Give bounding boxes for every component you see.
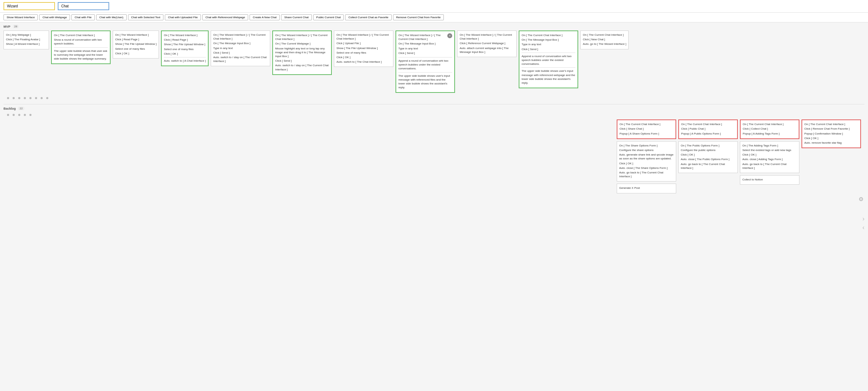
step: On [ The Wizard Interface ] / [ The Curr… — [336, 33, 391, 41]
step: On [ The Current Chat Interface ] — [522, 33, 575, 37]
step: Auto. close [ Adding Tags Form ] — [742, 157, 797, 161]
action-btn-9[interactable]: Public Current Chat — [313, 14, 344, 20]
step: Type in any text — [522, 42, 575, 46]
dot — [13, 97, 15, 99]
step: On [ The Message Input Box ] — [398, 42, 447, 46]
backlog-public-column: On [ The Current Chat Interface ] Click … — [678, 119, 738, 173]
step: On [ The Public Options Form ] — [681, 144, 735, 148]
step: Click [ Send ] — [213, 51, 268, 55]
step: Popup [ A Adding Tags Form ] — [743, 132, 797, 136]
card-wizard-read-page: On [ The Wizard Interface ] Click [ Read… — [113, 30, 159, 59]
wizard-input[interactable] — [4, 2, 55, 10]
step: On [ The Share Options Form ] — [619, 144, 674, 148]
action-btn-3[interactable]: Chat with Me(User) — [96, 14, 127, 20]
action-btn-5[interactable]: Chat with Uploaded File — [165, 14, 201, 20]
step: Select one of many files — [164, 47, 206, 51]
step: Auto. switch to [ A Chat Interface ] — [164, 59, 206, 63]
dot — [7, 97, 9, 99]
card-bl-collect-notion: Collect to Notion — [740, 175, 799, 185]
step: Append a round of conversation wht two s… — [398, 59, 452, 71]
backlog-collect-column: On [ The Current Chat Interface ] Click … — [740, 119, 799, 185]
card-bl-remove-trigger: On [ The Current Chat Interface ] Click … — [802, 119, 861, 148]
step: Click [ New Chat ] — [583, 37, 626, 41]
card-webpage-drag: On [ The Wizard Interface ] / [ The Curr… — [272, 30, 332, 75]
card-wizard-chat-message: On [ The Wizard Interface ] / [ The Curr… — [211, 30, 270, 66]
backlog-share-column: On [ The Current Chat Interface ] Click … — [617, 119, 676, 193]
step: On [ The Current Webpage ] — [275, 42, 329, 46]
card-header: On [ The Wizard Interface ] / [ The Curr… — [398, 33, 452, 56]
action-btn-11[interactable]: Remove Current Chat from Favorite — [393, 14, 444, 20]
backlog-section-header: Backlog 22 — [4, 107, 864, 110]
step: Auto. switch to [ The Chat Interface ] — [336, 60, 391, 64]
dot — [29, 114, 31, 116]
step: Popup [ A Share Options Form ] — [620, 132, 673, 136]
backlog-label: Backlog — [4, 107, 16, 110]
step: On [ The Wizard Interface ] — [115, 33, 156, 37]
step: On [ The Current Chat Interface ] — [54, 33, 108, 37]
step: On [ The Adding Tags Form ] — [742, 144, 797, 148]
step: Auto. go back to [ The Current Chat Inte… — [681, 162, 735, 170]
step: Auto. remove favorite star flag — [804, 141, 858, 145]
step: Click [ OK ] — [115, 52, 156, 55]
step: On [ The Current Chat Interface ] — [804, 122, 858, 126]
dot — [46, 97, 48, 99]
step: Configure the share options — [619, 148, 674, 152]
step: On [ The Current Chat Interface ] — [620, 122, 673, 126]
backlog-remove-column: On [ The Current Chat Interface ] Click … — [802, 119, 861, 148]
card-bl-collect-trigger: On [ The Current Chat Interface ] Click … — [740, 119, 799, 139]
step: On [ The Current Chat Interface ] — [743, 122, 797, 126]
step: Click [ OK ] — [681, 153, 735, 157]
step: Click [ OK ] — [742, 153, 797, 157]
step: Popup [ Confirmation Window ] — [804, 132, 858, 136]
action-btn-4[interactable]: Chat with Selected Text — [128, 14, 163, 20]
dot — [18, 97, 20, 99]
dot — [7, 114, 9, 116]
step: Auto. go to [ The Wizard Interface ] — [583, 42, 626, 46]
step: Configure the public options — [681, 148, 735, 152]
chat-input[interactable] — [58, 2, 109, 10]
action-btn-10[interactable]: Collect Current Chat as Favorite — [345, 14, 391, 20]
action-btn-7[interactable]: Create A New Chat — [250, 14, 280, 20]
close-icon[interactable]: × — [447, 33, 452, 38]
dot-row-1 — [4, 96, 864, 101]
step: Click [ Upload File ] — [336, 41, 391, 45]
mvp-label: MVP — [4, 25, 10, 28]
card-bl-share-options: On [ The Share Options Form ] Configure … — [617, 141, 676, 182]
dot — [24, 114, 26, 116]
card-upload-file: On [ The Wizard Interface ] / [ The Curr… — [334, 30, 393, 67]
step: Show [ The File Upload Window ] — [115, 42, 156, 46]
step: Click [ OK ] — [164, 52, 206, 56]
step: Click [ OK ] — [804, 136, 858, 140]
step: Click [ Read Page ] — [115, 37, 156, 41]
action-btn-8[interactable]: Share Current Chat — [281, 14, 312, 20]
action-btn-1[interactable]: Chat with Webpage — [39, 14, 70, 20]
card-new-chat: On [ The Current Chat Interface ] Click … — [580, 30, 629, 49]
step: Auto. switch to / stay on [ The Current … — [213, 55, 268, 63]
action-btn-0[interactable]: Show Wizard Interface — [4, 14, 38, 20]
action-btn-2[interactable]: Chat with File — [71, 14, 94, 20]
step: Click [ Send ] — [522, 47, 575, 51]
step: The upper side bubble shows that user as… — [54, 49, 108, 61]
step: Auto. attach current webpage into [ The … — [460, 46, 514, 54]
step: Auto. generate share link and qrcode ima… — [619, 153, 674, 160]
step: Type in any text — [213, 46, 268, 50]
step: Select the existed tags or add new tags — [742, 148, 797, 152]
mvp-badge: 28 — [13, 25, 19, 28]
step: Click [ Read Page ] — [164, 38, 206, 42]
step: On [ The Current Chat Interface ] — [681, 122, 735, 126]
step: Collect to Notion — [742, 178, 797, 181]
backlog-cards-row: On [ The Current Chat Interface ] Click … — [4, 119, 864, 193]
step: Generate X Post — [619, 186, 674, 190]
step: On [ Any Webpage ] — [6, 33, 47, 37]
action-btn-6[interactable]: Chat with Referenced Webpage — [202, 14, 248, 20]
card-chat-interface-conversation: On [ The Current Chat Interface ] Show a… — [51, 30, 111, 64]
step: Auto. go back to [ The Current Chat Inte… — [619, 171, 674, 178]
step: On [ The Message Input Box ] — [213, 41, 268, 45]
step: Click [ The Floating Avatar ] — [6, 37, 47, 41]
dot — [29, 97, 31, 99]
step: Click [ Share Chat ] — [620, 127, 673, 131]
step: Append a round of conversation wht two s… — [522, 54, 575, 66]
step: Click [ Public Chat ] — [681, 127, 735, 131]
step: Auto. go back to [ The Current Chat Inte… — [742, 162, 797, 170]
step: Click [ Send ] — [398, 51, 447, 55]
